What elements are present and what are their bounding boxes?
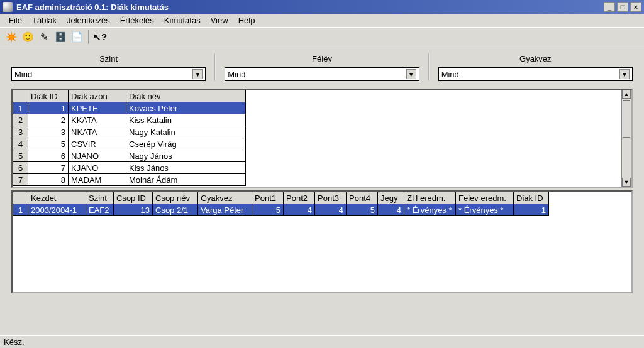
status-text: Kész. <box>4 337 25 347</box>
menu-kimutatas[interactable]: Kimutatás <box>159 14 206 26</box>
toolbar-button-1[interactable]: ✴️ <box>4 30 19 45</box>
col-diak-id[interactable]: Diák ID <box>28 90 69 102</box>
filter-szint-value: Mind <box>14 70 192 79</box>
table-row[interactable]: 45CSVIRCserép Virág <box>13 138 246 150</box>
status-bar: Kész. <box>0 335 644 348</box>
row-number: 7 <box>13 174 28 186</box>
table-row[interactable]: 11KPETEKovács Péter <box>13 102 246 114</box>
detail-table-wrapper: Kezdet Szint Csop ID Csop név Gyakvez Po… <box>11 190 633 293</box>
window-title: EAF adminisztráció 0.1: Diák kimutatás <box>16 3 604 12</box>
row-number: 6 <box>13 162 28 174</box>
filter-gyakvez-value: Mind <box>441 70 619 79</box>
toolbar-button-whatsthis[interactable]: ↖? <box>92 30 108 45</box>
chevron-down-icon: ▼ <box>619 69 630 79</box>
toolbar-button-report[interactable]: 📄 <box>69 30 84 45</box>
scroll-down-icon[interactable]: ▼ <box>622 178 631 187</box>
cell-felev: * Érvényes * <box>456 204 514 216</box>
col-gyakvez[interactable]: Gyakvez <box>198 192 252 204</box>
col-felev[interactable]: Felev eredm. <box>456 192 514 204</box>
col-szint[interactable]: Szint <box>86 192 114 204</box>
filter-szint-combo[interactable]: Mind ▼ <box>11 67 206 81</box>
filter-szint: Szint Mind ▼ <box>11 54 206 81</box>
filter-felev-value: Mind <box>228 70 406 79</box>
col-pont3[interactable]: Pont3 <box>315 192 347 204</box>
cell-pont3: 4 <box>315 204 347 216</box>
toolbar-separator <box>88 30 89 44</box>
filter-felev-combo[interactable]: Mind ▼ <box>225 67 419 81</box>
toolbar-button-db[interactable]: 🗄️ <box>53 30 68 45</box>
col-csopnev[interactable]: Csop név <box>153 192 198 204</box>
filter-row: Szint Mind ▼ Félév Mind ▼ Gyakvez Mind ▼ <box>0 46 644 86</box>
menu-bar: File Táblák Jelentkezés Értékelés Kimuta… <box>0 14 644 28</box>
menu-help[interactable]: Help <box>233 14 260 26</box>
cell-diak-azon: CSVIR <box>69 138 126 150</box>
col-diakid[interactable]: Diak ID <box>514 192 549 204</box>
col-diak-nev[interactable]: Diák név <box>126 90 246 102</box>
menu-view[interactable]: View <box>206 14 233 26</box>
students-table[interactable]: Diák ID Diák azon Diák név 11KPETEKovács… <box>13 90 246 186</box>
cell-diak-nev: Kiss János <box>126 162 246 174</box>
menu-tablak[interactable]: Táblák <box>27 14 62 26</box>
cell-jegy: 4 <box>378 204 404 216</box>
chevron-down-icon: ▼ <box>192 69 203 79</box>
cell-gyakvez: Varga Péter <box>198 204 252 216</box>
cell-diak-azon: KPETE <box>69 102 126 114</box>
filter-gyakvez-label: Gyakvez <box>438 54 633 67</box>
cell-diak-nev: Molnár Ádám <box>126 174 246 186</box>
chevron-down-icon: ▼ <box>406 69 416 79</box>
students-table-wrapper: Diák ID Diák azon Diák név 11KPETEKovács… <box>11 89 633 188</box>
menu-file[interactable]: File <box>4 14 27 26</box>
scroll-thumb[interactable] <box>623 100 630 138</box>
cell-csopid: 13 <box>114 204 153 216</box>
cell-diak-nev: Nagy János <box>126 150 246 162</box>
row-number: 4 <box>13 138 28 150</box>
col-pont2[interactable]: Pont2 <box>284 192 315 204</box>
cell-diak-id: 8 <box>28 174 69 186</box>
cell-diak-azon: NJANO <box>69 150 126 162</box>
col-jegy[interactable]: Jegy <box>378 192 404 204</box>
table-row[interactable]: 33NKATANagy Katalin <box>13 126 246 138</box>
cell-diak-azon: KKATA <box>69 114 126 126</box>
filter-felev: Félév Mind ▼ <box>225 54 419 81</box>
cell-kezdet: 2003/2004-1 <box>28 204 86 216</box>
table-row[interactable]: 22KKATAKiss Katalin <box>13 114 246 126</box>
table-row[interactable]: 56NJANONagy János <box>13 150 246 162</box>
maximize-button[interactable]: □ <box>617 2 628 12</box>
cell-diak-id: 1 <box>28 102 69 114</box>
col-pont1[interactable]: Pont1 <box>252 192 284 204</box>
menu-jelentkezes[interactable]: Jelentkezés <box>62 14 115 26</box>
col-zh[interactable]: ZH eredm. <box>404 192 456 204</box>
cell-szint: EAF2 <box>86 204 114 216</box>
toolbar: ✴️ 🙂 ✎ 🗄️ 📄 ↖? <box>0 28 644 46</box>
close-button[interactable]: × <box>630 2 641 12</box>
col-csopid[interactable]: Csop ID <box>114 192 153 204</box>
cell-csopnev: Csop 2/1 <box>153 204 198 216</box>
minimize-button[interactable]: _ <box>604 2 615 12</box>
filter-gyakvez-combo[interactable]: Mind ▼ <box>438 67 633 81</box>
col-kezdet[interactable]: Kezdet <box>28 192 86 204</box>
detail-table[interactable]: Kezdet Szint Csop ID Csop név Gyakvez Po… <box>13 192 549 216</box>
title-bar: EAF adminisztráció 0.1: Diák kimutatás _… <box>0 0 644 14</box>
col-pont4[interactable]: Pont4 <box>347 192 378 204</box>
cell-diak-nev: Nagy Katalin <box>126 126 246 138</box>
toolbar-button-edit[interactable]: ✎ <box>36 30 52 45</box>
filter-felev-label: Félév <box>225 54 419 67</box>
table-row[interactable]: 67KJANOKiss János <box>13 162 246 174</box>
students-scrollbar[interactable]: ▲ ▼ <box>621 90 631 187</box>
toolbar-button-face[interactable]: 🙂 <box>20 30 35 45</box>
row-number: 3 <box>13 126 28 138</box>
filter-szint-label: Szint <box>11 54 206 67</box>
scroll-up-icon[interactable]: ▲ <box>622 90 631 99</box>
cell-diak-id: 7 <box>28 162 69 174</box>
row-header-blank <box>13 192 28 204</box>
cell-pont4: 5 <box>347 204 378 216</box>
row-number: 5 <box>13 150 28 162</box>
col-diak-azon[interactable]: Diák azon <box>69 90 126 102</box>
cell-diak-id: 2 <box>28 114 69 126</box>
table-row[interactable]: 78MADAMMolnár Ádám <box>13 174 246 186</box>
row-header-blank <box>13 90 28 102</box>
table-row[interactable]: 12003/2004-1EAF213Csop 2/1Varga Péter544… <box>13 204 549 216</box>
menu-ertekeles[interactable]: Értékelés <box>115 14 159 26</box>
cell-diak-azon: MADAM <box>69 174 126 186</box>
cell-diak-id: 5 <box>28 138 69 150</box>
